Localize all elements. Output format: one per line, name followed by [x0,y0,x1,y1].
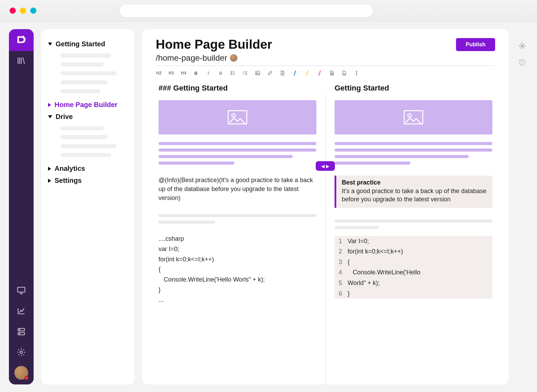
line-number: 3 [335,257,346,268]
collaborator-avatar[interactable] [230,54,237,62]
svg-point-17 [356,73,357,73]
sidebar-item-label: Home Page Builder [55,101,117,109]
user-avatar[interactable] [14,366,28,380]
sidebar-item-label: Settings [55,177,82,185]
callout-raw: @(Info)(Best practice)(It's a good pract… [159,176,316,202]
app-logo[interactable] [9,29,34,51]
minimize-window-dot[interactable] [20,8,26,14]
chevron-down-icon [48,115,52,118]
link-button[interactable] [267,70,273,76]
analytics-icon[interactable] [9,301,34,321]
lock-file-button[interactable] [329,70,335,76]
line-number: 4 [335,267,346,278]
code-raw: ....csharp var I=0; for(int k=0;k<=I;k++… [159,234,316,305]
preview-heading: Getting Started [335,84,492,93]
strikethrough-button[interactable]: S [218,70,224,76]
attachment-button[interactable] [279,70,285,76]
image-placeholder [335,100,492,134]
bullet-list-button[interactable] [230,70,236,76]
line-number: 1 [335,236,346,247]
svg-point-8 [231,73,232,73]
gear-icon[interactable] [9,343,34,362]
callout-title: Best practice [342,179,487,186]
utility-rail [516,29,528,384]
line-number: 5 [335,278,346,288]
sidebar-item-home-page-builder[interactable]: Home Page Builder [47,99,128,111]
sidebar-item-settings[interactable]: Settings [47,175,128,187]
paragraph-skeleton [335,142,492,165]
library-icon[interactable] [9,51,34,70]
code-block: 1Var I=0; 2for(int k=0;k<=I;k++) 3{ 4 Co… [335,236,492,299]
delete-file-button[interactable] [341,70,347,76]
image-button[interactable] [255,70,261,76]
paragraph-skeleton-gray [335,219,492,229]
svg-point-6 [20,351,23,354]
pane-divider: ◀ ▶ [325,93,326,384]
svg-text:3: 3 [243,73,244,75]
app-rail [9,29,34,384]
paragraph-skeleton [159,142,316,165]
source-pane[interactable]: ### Getting Started @(Info)(Best practic… [156,80,325,384]
history-icon[interactable] [518,59,526,68]
svg-point-5 [19,333,20,334]
sidebar-item-analytics[interactable]: Analytics [47,163,128,175]
sidebar-skeleton [60,126,128,157]
image-placeholder[interactable] [159,100,316,134]
sidebar-item-label: Drive [56,113,73,121]
svg-point-7 [231,71,232,72]
svg-point-9 [231,74,232,75]
chevron-right-icon [48,167,51,171]
preview-pane: Getting Started Best practice It's a goo… [326,80,495,384]
svg-point-0 [22,36,24,38]
more-options-button[interactable] [353,70,360,76]
callout-box: Best practice It's a good practice to ta… [335,176,492,208]
heading-h2-button[interactable]: H2 [156,70,162,76]
chevron-right-icon [48,103,51,107]
publish-button[interactable]: Publish [456,38,495,51]
sidebar-item-label: Analytics [55,165,85,173]
svg-rect-15 [331,73,333,74]
sidebar-item-drive[interactable]: Drive [47,111,128,123]
chevron-right-icon: ▶ [326,164,329,169]
svg-point-18 [356,74,357,75]
numbered-list-button[interactable]: 123 [242,70,248,76]
sidebar-skeleton [60,54,128,93]
svg-rect-1 [18,287,25,292]
svg-point-4 [19,329,20,330]
italic-button[interactable]: I [205,70,211,76]
window-controls [10,8,36,14]
bold-button[interactable]: B [193,70,199,76]
close-window-dot[interactable] [10,8,16,14]
paragraph-skeleton-gray [159,214,316,224]
svg-point-16 [356,71,357,72]
chevron-right-icon [48,179,51,183]
heading-h3-button[interactable]: H3 [168,70,174,76]
svg-point-23 [521,45,523,47]
chevron-down-icon [48,43,52,46]
highlight-yellow-button[interactable] [304,70,310,76]
address-bar[interactable] [119,4,373,17]
chevron-left-icon: ◀ [321,164,325,169]
svg-point-14 [257,72,257,73]
maximize-window-dot[interactable] [30,8,36,14]
slug-row: /home-page-builder [156,53,495,66]
editor-panel: Home Page Builder Publish /home-page-bui… [142,29,509,384]
sidebar-item-label: Getting Started [56,40,105,48]
heading-h4-button[interactable]: H4 [180,70,187,76]
monitor-icon[interactable] [9,281,34,300]
svg-point-22 [408,114,411,117]
svg-point-20 [232,114,235,117]
line-number: 2 [335,246,346,257]
highlight-pink-button[interactable] [316,70,323,76]
formatting-toolbar: H2 H3 H4 B I S 123 [156,66,495,80]
line-number: 6 [335,288,346,299]
callout-body: It's a good practice to take a back up o… [342,187,487,204]
pane-split-handle[interactable]: ◀ ▶ [316,161,335,171]
server-icon[interactable] [9,322,34,341]
page-title: Home Page Builder [156,37,272,52]
source-heading: ### Getting Started [159,84,316,93]
sidebar-item-getting-started[interactable]: Getting Started [47,38,128,50]
page-slug[interactable]: /home-page-builder [156,53,227,63]
settings-icon[interactable] [518,42,526,51]
highlight-blue-button[interactable] [292,70,298,76]
